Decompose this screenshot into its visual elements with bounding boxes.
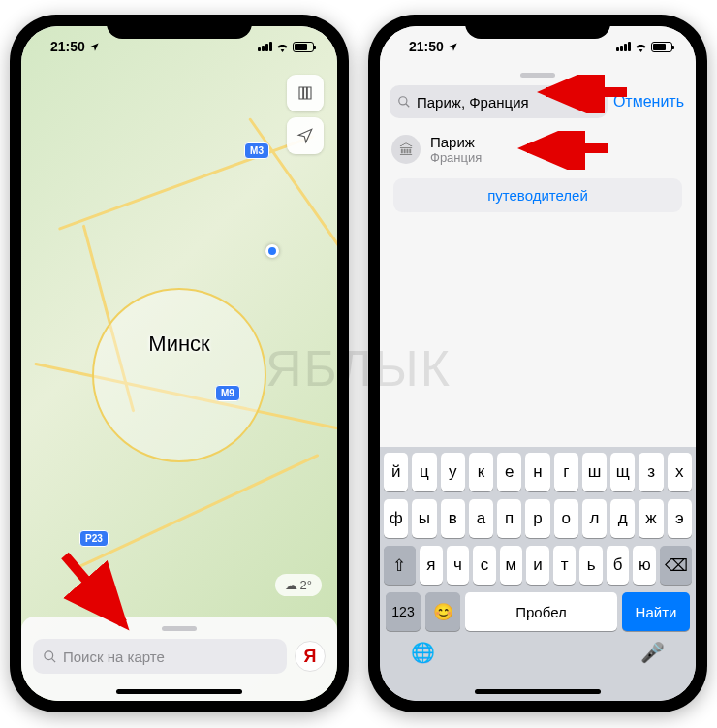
key-н[interactable]: н xyxy=(525,453,549,491)
locate-me-button[interactable] xyxy=(287,117,324,154)
key-о[interactable]: о xyxy=(554,499,578,538)
search-sheet[interactable]: Поиск на карте Я xyxy=(21,617,337,701)
search-icon xyxy=(43,649,57,664)
space-key[interactable]: Пробел xyxy=(465,592,617,631)
clear-search-button[interactable]: ✕ xyxy=(582,93,600,111)
screen-left: Минск M3 M9 P23 21:50 xyxy=(21,26,337,701)
key-ш[interactable]: ш xyxy=(582,453,607,491)
map-layers-icon xyxy=(296,84,314,102)
key-г[interactable]: г xyxy=(554,453,578,491)
sheet-grabber[interactable] xyxy=(520,73,555,78)
location-services-icon xyxy=(89,42,100,52)
dictation-key[interactable]: 🎤 xyxy=(640,641,665,664)
key-э[interactable]: э xyxy=(668,499,692,538)
key-б[interactable]: б xyxy=(607,546,630,585)
key-р[interactable]: р xyxy=(525,499,549,538)
location-arrow-icon xyxy=(296,127,314,144)
battery-icon xyxy=(293,42,314,52)
phone-left: Минск M3 M9 P23 21:50 xyxy=(10,15,349,712)
search-input[interactable]: Париж, Франция ✕ xyxy=(390,85,608,118)
globe-key[interactable]: 🌐 xyxy=(411,641,435,664)
notch xyxy=(107,15,252,39)
screen-right: 21:50 Париж, Франция ✕ Отме xyxy=(380,26,696,701)
key-ы[interactable]: ы xyxy=(412,499,436,538)
cell-signal-icon xyxy=(258,42,272,51)
key-с[interactable]: с xyxy=(473,546,496,585)
key-щ[interactable]: щ xyxy=(610,453,635,491)
search-result-row[interactable]: 🏛 Париж Франция xyxy=(390,128,686,171)
key-к[interactable]: к xyxy=(469,453,493,491)
key-а[interactable]: а xyxy=(469,499,493,538)
keyboard: йцукенгшщзх фывапролджэ ⇧ ячсмитьбю⌫ 123… xyxy=(380,447,696,701)
city-label: Минск xyxy=(148,332,209,357)
emoji-key[interactable]: 😊 xyxy=(425,592,460,631)
key-л[interactable]: л xyxy=(582,499,607,538)
key-з[interactable]: з xyxy=(639,453,663,491)
map-mode-button[interactable] xyxy=(287,75,324,111)
account-button[interactable]: Я xyxy=(295,641,326,672)
route-badge-m3: M3 xyxy=(244,142,269,159)
user-location-dot xyxy=(265,244,279,258)
key-ю[interactable]: ю xyxy=(633,546,656,585)
svg-point-2 xyxy=(399,97,407,105)
key-в[interactable]: в xyxy=(441,499,465,538)
route-badge-m9: M9 xyxy=(215,385,240,401)
map-ring-road xyxy=(92,288,266,462)
sheet-grabber[interactable] xyxy=(162,626,197,631)
key-ч[interactable]: ч xyxy=(447,546,470,585)
home-indicator[interactable] xyxy=(116,689,242,694)
location-services-icon xyxy=(448,42,458,52)
backspace-key[interactable]: ⌫ xyxy=(660,546,692,585)
guides-button[interactable]: путеводителей xyxy=(393,178,682,212)
key-д[interactable]: д xyxy=(610,499,635,538)
keyboard-search-key[interactable]: Найти xyxy=(622,592,690,631)
home-indicator[interactable] xyxy=(475,689,601,694)
wifi-icon xyxy=(634,42,648,52)
search-value: Париж, Франция xyxy=(417,94,529,111)
key-ф[interactable]: ф xyxy=(384,499,408,538)
result-title: Париж xyxy=(430,134,482,150)
key-ь[interactable]: ь xyxy=(579,546,603,585)
notch xyxy=(465,15,610,39)
key-й[interactable]: й xyxy=(384,453,408,491)
status-time: 21:50 xyxy=(50,39,85,54)
wifi-icon xyxy=(275,42,290,52)
svg-point-0 xyxy=(45,650,53,659)
key-т[interactable]: т xyxy=(553,546,577,585)
landmark-icon: 🏛 xyxy=(391,135,421,164)
key-я[interactable]: я xyxy=(420,546,443,585)
key-п[interactable]: п xyxy=(497,499,521,538)
numeric-key[interactable]: 123 xyxy=(386,592,421,631)
key-м[interactable]: м xyxy=(500,546,523,585)
search-placeholder: Поиск на карте xyxy=(63,649,165,665)
cloud-icon: ☁ xyxy=(285,578,297,592)
search-icon xyxy=(397,95,411,109)
key-е[interactable]: е xyxy=(497,453,521,491)
weather-badge[interactable]: ☁ 2° xyxy=(275,574,322,596)
route-badge-p23: P23 xyxy=(79,530,109,547)
search-results-sheet: Париж, Франция ✕ Отменить 🏛 Париж Франци… xyxy=(380,67,696,222)
phone-right: 21:50 Париж, Франция ✕ Отме xyxy=(368,15,707,712)
battery-icon xyxy=(651,42,672,52)
map-search-field[interactable]: Поиск на карте xyxy=(33,639,287,674)
key-ц[interactable]: ц xyxy=(412,453,436,491)
cancel-button[interactable]: Отменить xyxy=(611,93,686,111)
status-time: 21:50 xyxy=(409,39,444,54)
key-х[interactable]: х xyxy=(668,453,692,491)
key-и[interactable]: и xyxy=(526,546,549,585)
result-subtitle: Франция xyxy=(430,150,482,165)
weather-temp: 2° xyxy=(300,578,312,592)
cell-signal-icon xyxy=(616,42,631,51)
shift-key[interactable]: ⇧ xyxy=(384,546,416,585)
key-ж[interactable]: ж xyxy=(639,499,663,538)
key-у[interactable]: у xyxy=(441,453,465,491)
